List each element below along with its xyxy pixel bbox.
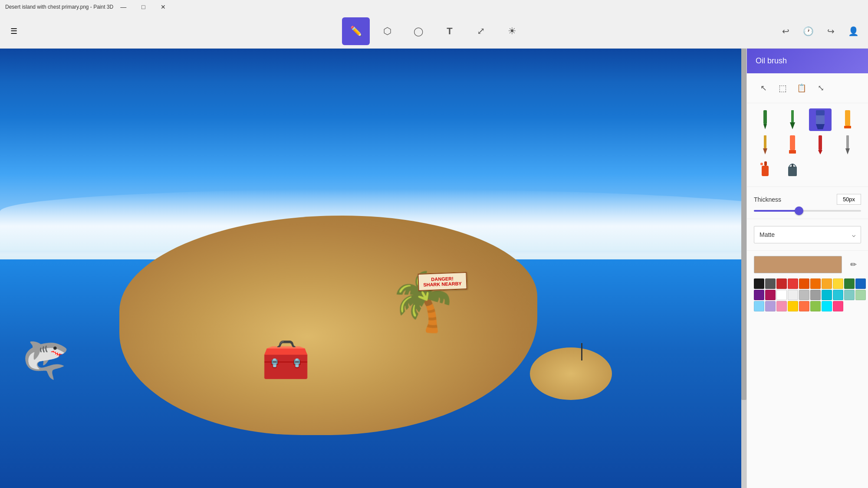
vertical-scrollbar[interactable] bbox=[741, 49, 746, 488]
svg-rect-8 bbox=[844, 126, 851, 128]
color-swatch-lime[interactable] bbox=[810, 301, 821, 311]
color-swatch-aqua[interactable] bbox=[822, 301, 832, 311]
scrollbar-thumb[interactable] bbox=[741, 49, 746, 400]
color-palette bbox=[754, 278, 861, 311]
text-icon: T bbox=[447, 26, 452, 37]
color-swatch-lightpink[interactable] bbox=[776, 301, 787, 311]
brush-pen-gray[interactable] bbox=[836, 134, 859, 156]
brush-bucket-dark[interactable] bbox=[781, 159, 804, 181]
toolbar-left: ☰ bbox=[5, 23, 23, 40]
current-color-swatch[interactable] bbox=[754, 256, 842, 273]
panel-header: Oil brush bbox=[747, 49, 868, 73]
tool-shapes-button[interactable]: ⬡ bbox=[373, 17, 401, 45]
thickness-label: Thickness bbox=[754, 196, 781, 203]
svg-rect-0 bbox=[763, 110, 767, 124]
color-swatch-red[interactable] bbox=[788, 278, 798, 289]
color-swatch-yellow[interactable] bbox=[833, 278, 843, 289]
canvas-area[interactable]: 🦈 🧰 🌴 DANGER!SHARK NEARBY bbox=[0, 49, 746, 488]
effects-icon: ☀ bbox=[508, 26, 516, 37]
paste-button[interactable]: 📋 bbox=[792, 79, 811, 98]
color-swatch-lavender[interactable] bbox=[765, 301, 776, 311]
color-swatch-gray[interactable] bbox=[810, 290, 821, 300]
color-swatch-darkorange[interactable] bbox=[799, 278, 809, 289]
brush-pen-green[interactable] bbox=[781, 108, 804, 131]
toolbar-right: ↩ 🕐 ↪ 👤 bbox=[776, 22, 863, 41]
canvas-scene: 🦈 🧰 🌴 DANGER!SHARK NEARBY bbox=[0, 49, 746, 488]
brush-spray-orange[interactable] bbox=[754, 159, 776, 181]
svg-rect-17 bbox=[762, 166, 769, 176]
history-button[interactable]: 🕐 bbox=[799, 22, 818, 41]
color-swatch-teal[interactable] bbox=[844, 290, 855, 300]
color-swatch-white[interactable] bbox=[776, 290, 787, 300]
redo-icon: ↪ bbox=[827, 26, 835, 36]
tool-eraser-button[interactable]: ◯ bbox=[404, 17, 432, 45]
resize-button[interactable]: ⤡ bbox=[811, 79, 830, 98]
color-swatch-hotpink[interactable] bbox=[833, 301, 843, 311]
color-swatch-cyan[interactable] bbox=[822, 290, 832, 300]
matte-section: Matte ⌵ bbox=[747, 219, 868, 251]
undo-button[interactable]: ↩ bbox=[776, 22, 795, 41]
thickness-slider-track[interactable] bbox=[754, 210, 861, 212]
close-button[interactable]: ✕ bbox=[153, 0, 173, 14]
svg-marker-1 bbox=[763, 124, 767, 129]
color-swatch-lightcyan[interactable] bbox=[833, 290, 843, 300]
tool-brush-button[interactable]: ✏️ bbox=[342, 17, 370, 45]
color-swatch-purple[interactable] bbox=[754, 290, 764, 300]
thickness-value[interactable]: 50px bbox=[837, 194, 861, 205]
eyedropper-button[interactable]: ✏ bbox=[845, 257, 861, 272]
tool-text-button[interactable]: T bbox=[436, 17, 464, 45]
tool-crop-button[interactable]: ⤢ bbox=[467, 17, 495, 45]
color-swatch-skyblue[interactable] bbox=[754, 301, 764, 311]
color-swatch-black[interactable] bbox=[754, 278, 764, 289]
history-icon: 🕐 bbox=[803, 26, 814, 36]
svg-marker-6 bbox=[816, 124, 825, 129]
svg-rect-11 bbox=[790, 135, 795, 150]
hamburger-icon: ☰ bbox=[10, 26, 17, 36]
svg-rect-5 bbox=[816, 115, 825, 124]
color-swatch-darkgray[interactable] bbox=[765, 278, 776, 289]
redo-button[interactable]: ↪ bbox=[821, 22, 840, 41]
shapes-icon: ⬡ bbox=[383, 26, 391, 37]
thickness-slider-thumb[interactable] bbox=[795, 206, 803, 215]
matte-dropdown[interactable]: Matte ⌵ bbox=[754, 226, 861, 243]
color-swatch-darkred[interactable] bbox=[776, 278, 787, 289]
brush-marker-green[interactable] bbox=[754, 108, 776, 131]
color-swatch-blue[interactable] bbox=[855, 278, 866, 289]
color-swatch-pink[interactable] bbox=[765, 290, 776, 300]
brush-marker-orange[interactable] bbox=[781, 134, 804, 156]
color-swatch-medgray[interactable] bbox=[799, 290, 809, 300]
brush-marker-yellow[interactable] bbox=[836, 108, 859, 131]
profile-button[interactable]: 👤 bbox=[844, 22, 863, 41]
svg-rect-12 bbox=[789, 150, 796, 154]
color-swatch-lightgray[interactable] bbox=[788, 290, 798, 300]
brush-marker-red[interactable] bbox=[809, 134, 832, 156]
small-island bbox=[530, 347, 612, 400]
color-swatch-row: ✏ bbox=[754, 256, 861, 273]
brush-icon: ✏️ bbox=[350, 26, 362, 37]
maximize-button[interactable]: □ bbox=[133, 0, 153, 14]
shark-figure: 🦈 bbox=[19, 333, 75, 386]
profile-icon: 👤 bbox=[848, 26, 859, 36]
cursor-tool-button[interactable]: ↖ bbox=[754, 79, 773, 98]
color-swatch-gold[interactable] bbox=[788, 301, 798, 311]
color-swatch-coral[interactable] bbox=[799, 301, 809, 311]
menu-button[interactable]: ☰ bbox=[5, 23, 23, 40]
color-swatch-lightgreen[interactable] bbox=[855, 290, 866, 300]
color-swatch-darkgreen[interactable] bbox=[844, 278, 855, 289]
svg-rect-18 bbox=[764, 161, 767, 166]
svg-marker-14 bbox=[818, 150, 822, 154]
color-swatch-orange[interactable] bbox=[810, 278, 821, 289]
minimize-button[interactable]: — bbox=[113, 0, 133, 14]
svg-rect-20 bbox=[788, 167, 797, 176]
color-swatch-amber[interactable] bbox=[822, 278, 832, 289]
right-panel: Oil brush ↖ ⬚ 📋 ⤡ bbox=[746, 49, 868, 488]
brush-oil-blue[interactable] bbox=[809, 108, 832, 131]
svg-rect-9 bbox=[764, 135, 766, 148]
rect-select-button[interactable]: ⬚ bbox=[773, 79, 792, 98]
eyedropper-icon: ✏ bbox=[850, 260, 857, 269]
thickness-row: Thickness 50px bbox=[754, 194, 861, 205]
brush-pencil[interactable] bbox=[754, 134, 776, 156]
tool-effects-button[interactable]: ☀ bbox=[498, 17, 526, 45]
danger-sign: DANGER!SHARK NEARBY bbox=[418, 272, 467, 291]
crop-icon: ⤢ bbox=[477, 26, 485, 37]
